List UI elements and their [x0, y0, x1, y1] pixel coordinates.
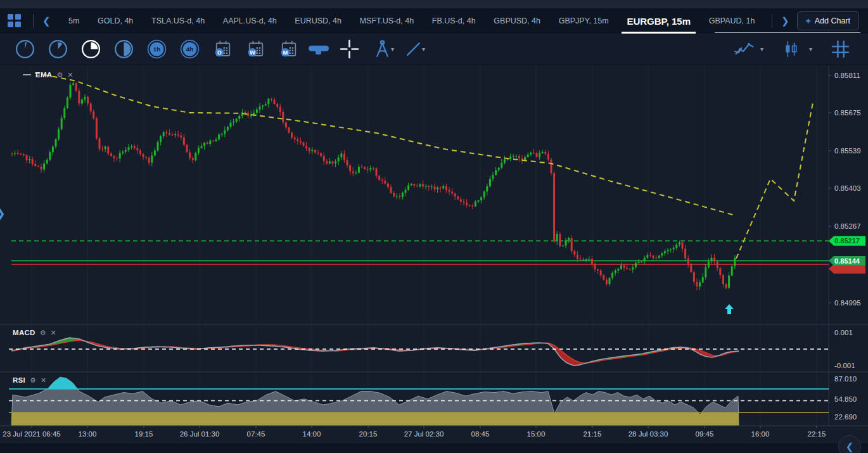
svg-text:13:00: 13:00	[79, 430, 97, 438]
svg-text:0.85144: 0.85144	[834, 257, 860, 265]
chart-area[interactable]: 0.858110.856750.855390.854030.852670.849…	[0, 65, 868, 443]
svg-text:14:00: 14:00	[303, 430, 321, 438]
ema-indicator-label: EMA ⚙ ✕	[23, 71, 73, 79]
rsi-close-icon[interactable]: ✕	[41, 377, 46, 384]
svg-text:87.010: 87.010	[834, 375, 857, 383]
macd-indicator-label: MACD ⚙ ✕	[13, 329, 56, 336]
svg-text:0.85539: 0.85539	[834, 147, 861, 155]
svg-text:0.001: 0.001	[834, 329, 853, 336]
svg-text:16:00: 16:00	[751, 430, 770, 438]
svg-text:07:45: 07:45	[247, 430, 265, 438]
svg-text:0.84995: 0.84995	[834, 299, 861, 307]
svg-text:22.690: 22.690	[834, 413, 857, 421]
rsi-indicator-label: RSI ⚙ ✕	[13, 376, 46, 384]
svg-text:23 Jul 2021 06:45: 23 Jul 2021 06:45	[3, 430, 60, 438]
ema-close-icon[interactable]: ✕	[67, 72, 73, 79]
svg-text:0.85675: 0.85675	[834, 109, 861, 117]
svg-text:08:45: 08:45	[471, 430, 490, 438]
rsi-settings-gear-icon[interactable]: ⚙	[30, 377, 36, 384]
svg-text:0.85403: 0.85403	[834, 184, 861, 192]
rsi-label-text: RSI	[13, 376, 25, 384]
svg-text:22:15: 22:15	[808, 430, 826, 438]
svg-text:0.85217: 0.85217	[834, 237, 860, 245]
svg-text:54.850: 54.850	[834, 395, 857, 403]
svg-text:19:15: 19:15	[135, 430, 153, 438]
svg-text:0.85267: 0.85267	[834, 222, 861, 230]
svg-text:15:00: 15:00	[527, 430, 546, 438]
svg-text:-0.001: -0.001	[834, 362, 855, 369]
panel-expand-left-icon[interactable]: ❯	[0, 206, 6, 220]
svg-text:28 Jul 03:30: 28 Jul 03:30	[629, 430, 668, 438]
svg-text:0.85811: 0.85811	[834, 72, 860, 79]
svg-text:21:15: 21:15	[584, 430, 602, 438]
svg-text:09:45: 09:45	[696, 430, 714, 438]
svg-text:20:15: 20:15	[359, 430, 378, 438]
svg-text:26 Jul 01:30: 26 Jul 01:30	[180, 430, 220, 438]
svg-text:27 Jul 02:30: 27 Jul 02:30	[404, 430, 444, 438]
ema-label-text: EMA	[35, 71, 52, 79]
chart-canvas[interactable]: 0.858110.856750.855390.854030.852670.849…	[0, 0, 868, 453]
ema-line-swatch	[23, 74, 31, 75]
trading-app-window: ❮ 5mGOLD, 4hTSLA.US-d, 4hAAPL.US-d, 4hEU…	[0, 0, 868, 453]
macd-label-text: MACD	[13, 329, 35, 336]
ema-settings-gear-icon[interactable]: ⚙	[56, 72, 63, 79]
macd-settings-gear-icon[interactable]: ⚙	[40, 329, 46, 336]
panel-collapse-bottom-right-button[interactable]: ❮	[838, 435, 861, 453]
window-bottom-strip	[0, 443, 868, 453]
macd-close-icon[interactable]: ✕	[51, 329, 56, 336]
